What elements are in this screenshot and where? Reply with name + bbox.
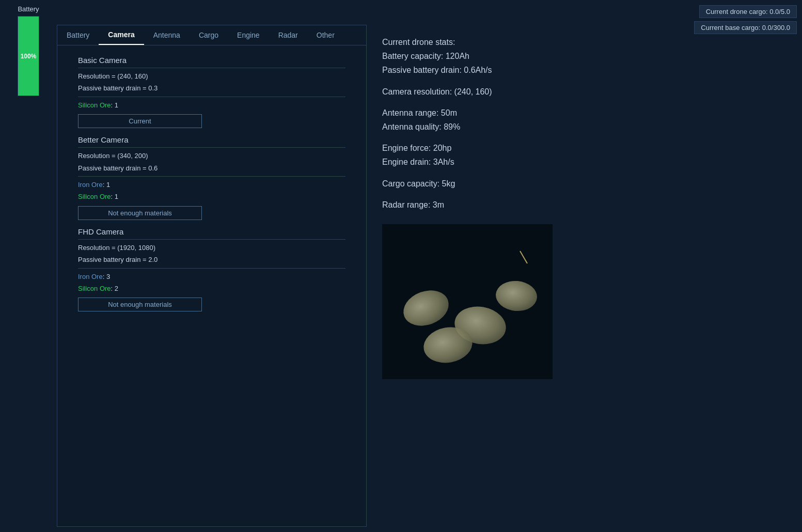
camera-item-basic: Basic Camera Resolution = (240, 160) Pas…	[78, 56, 345, 130]
stats-block-antenna: Antenna range: 50m Antenna quality: 89%	[382, 106, 781, 134]
camera-name-better: Better Camera	[78, 135, 345, 144]
stats-block-header: Current drone stats: Battery capacity: 1…	[382, 35, 781, 77]
stats-block-radar: Radar range: 3m	[382, 198, 781, 212]
stats-radar-range: Radar range: 3m	[382, 198, 781, 212]
stats-engine-force: Engine force: 20hp	[382, 141, 781, 155]
right-panel: Current drone stats: Battery capacity: 1…	[367, 25, 797, 527]
tab-cargo[interactable]: Cargo	[190, 25, 228, 45]
better-drain: Passive battery drain = 0.6	[78, 162, 345, 174]
tab-radar[interactable]: Radar	[269, 25, 307, 45]
battery-percent: 100%	[21, 53, 37, 60]
camera-list: Basic Camera Resolution = (240, 160) Pas…	[57, 45, 366, 329]
stats-antenna-range: Antenna range: 50m	[382, 106, 781, 120]
basic-resolution: Resolution = (240, 160)	[78, 70, 345, 82]
left-panel: Battery Camera Antenna Cargo Engine Rada…	[57, 25, 367, 527]
stats-battery-capacity: Battery capacity: 120Ah	[382, 49, 781, 63]
camera-item-better: Better Camera Resolution = (340, 200) Pa…	[78, 135, 345, 222]
better-resolution: Resolution = (340, 200)	[78, 150, 345, 162]
battery-sidebar: Battery 100%	[10, 5, 46, 96]
camera-name-fhd: FHD Camera	[78, 227, 345, 236]
basic-drain: Passive battery drain = 0.3	[78, 82, 345, 94]
fhd-mat-iron: Iron Ore: 3	[78, 271, 345, 283]
battery-label: Battery	[18, 5, 39, 13]
stats-block-cargo: Cargo capacity: 5kg	[382, 177, 781, 191]
stats-engine-drain: Engine drain: 3Ah/s	[382, 155, 781, 169]
basic-camera-current-button[interactable]: Current	[78, 114, 202, 128]
stats-block-camera: Camera resolution: (240, 160)	[382, 85, 781, 99]
tab-other[interactable]: Other	[307, 25, 344, 45]
stats-cargo-capacity: Cargo capacity: 5kg	[382, 177, 781, 191]
camera-item-fhd: FHD Camera Resolution = (1920, 1080) Pas…	[78, 227, 345, 314]
battery-bar-container: 100%	[18, 16, 39, 96]
better-mat-iron: Iron Ore: 1	[78, 179, 345, 191]
tab-camera[interactable]: Camera	[99, 25, 144, 45]
stats-passive-drain: Passive battery drain: 0.6Ah/s	[382, 63, 781, 77]
better-mat-silicon: Silicon Ore: 1	[78, 191, 345, 202]
basic-mat-silicon: Silicon Ore: 1	[78, 99, 345, 111]
fhd-camera-not-enough: Not enough materials	[78, 298, 202, 311]
tab-bar: Battery Camera Antenna Cargo Engine Rada…	[57, 25, 366, 45]
tab-battery[interactable]: Battery	[57, 25, 99, 45]
better-camera-not-enough: Not enough materials	[78, 206, 202, 220]
stats-antenna-quality: Antenna quality: 89%	[382, 120, 781, 134]
fhd-drain: Passive battery drain = 2.0	[78, 254, 345, 265]
tab-engine[interactable]: Engine	[228, 25, 269, 45]
fhd-resolution: Resolution = (1920, 1080)	[78, 242, 345, 254]
tab-antenna[interactable]: Antenna	[144, 25, 190, 45]
fhd-mat-silicon: Silicon Ore: 2	[78, 283, 345, 294]
stats-title: Current drone stats:	[382, 35, 781, 49]
stats-camera-resolution: Camera resolution: (240, 160)	[382, 85, 781, 99]
stats-block-engine: Engine force: 20hp Engine drain: 3Ah/s	[382, 141, 781, 169]
camera-name-basic: Basic Camera	[78, 56, 345, 65]
main-content: Battery Camera Antenna Cargo Engine Rada…	[57, 25, 797, 527]
drone-cargo-info: Current drone cargo: 0.0/5.0	[699, 5, 797, 18]
drone-camera-feed	[382, 224, 553, 379]
